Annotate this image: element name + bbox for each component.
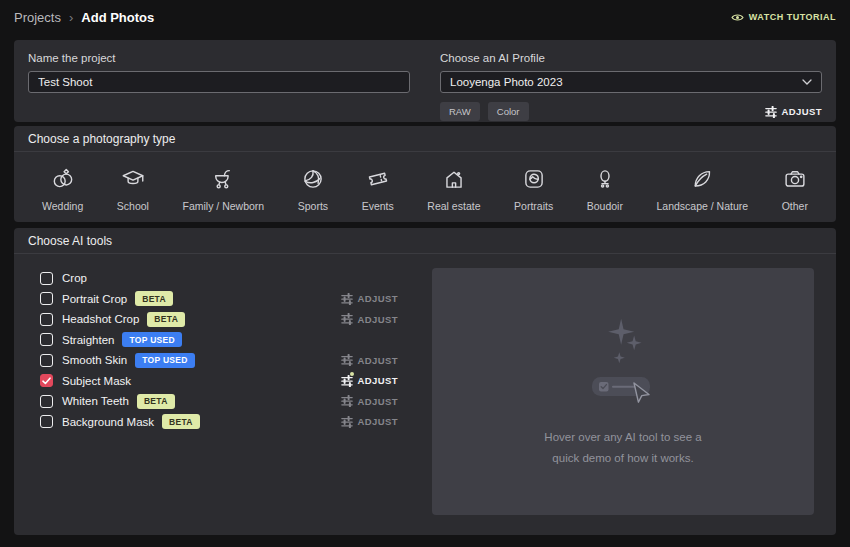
- hover-cursor-toggle-icon: [588, 371, 658, 413]
- leaf-icon: [689, 165, 715, 193]
- tool-row-portrait-crop: Portrait Crop BETA ADJUST: [40, 289, 398, 310]
- top-used-badge: TOP USED: [135, 353, 195, 368]
- tool-row-smooth-skin: Smooth Skin TOP USED ADJUST: [40, 350, 398, 371]
- breadcrumb-separator-icon: ›: [69, 10, 73, 25]
- tool-row-background-mask: Background Mask BETA ADJUST: [40, 412, 398, 433]
- photo-type-wedding[interactable]: Wedding: [42, 165, 83, 212]
- ai-profile-column: Choose an AI Profile Looyenga Photo 2023…: [440, 52, 822, 110]
- photo-type-portraits[interactable]: Portraits: [514, 165, 553, 212]
- crop-checkbox[interactable]: [40, 272, 53, 285]
- subject-mask-adjust-button[interactable]: ADJUST: [341, 375, 398, 387]
- beta-badge: BETA: [147, 312, 185, 327]
- watch-tutorial-label: WATCH TUTORIAL: [749, 12, 836, 22]
- profile-adjust-label: ADJUST: [782, 106, 822, 117]
- demo-hint-line1: Hover over any AI tool to see a: [544, 427, 701, 447]
- subject-mask-checkbox[interactable]: [40, 374, 53, 387]
- smooth-skin-adjust-button[interactable]: ADJUST: [341, 354, 398, 366]
- house-icon: [441, 165, 467, 193]
- smooth-skin-checkbox[interactable]: [40, 354, 53, 367]
- photo-type-events[interactable]: Events: [362, 165, 394, 212]
- tool-row-crop: Crop: [40, 268, 398, 289]
- color-badge: Color: [488, 102, 529, 121]
- beta-badge: BETA: [137, 394, 175, 409]
- tool-row-straighten: Straighten TOP USED: [40, 330, 398, 351]
- whiten-teeth-checkbox[interactable]: [40, 395, 53, 408]
- ai-profile-selected-value: Looyenga Photo 2023: [450, 76, 563, 88]
- top-used-badge: TOP USED: [122, 332, 182, 347]
- adjust-label: ADJUST: [358, 293, 398, 304]
- profile-badges-row: RAW Color ADJUST: [440, 102, 822, 121]
- adjust-label: ADJUST: [358, 396, 398, 407]
- demo-hint-text: Hover over any AI tool to see a quick de…: [544, 427, 701, 467]
- chevron-down-icon: [802, 79, 812, 85]
- portrait-crop-adjust-button[interactable]: ADJUST: [341, 293, 398, 305]
- tool-row-whiten-teeth: Whiten Teeth BETA ADJUST: [40, 391, 398, 412]
- profile-adjust-button[interactable]: ADJUST: [765, 106, 822, 118]
- sliders-icon: [341, 293, 353, 305]
- photo-type-label: Events: [362, 200, 394, 212]
- eye-icon: [731, 13, 744, 22]
- photo-type-label: Boudoir: [587, 200, 623, 212]
- project-name-column: Name the project: [28, 52, 410, 110]
- ai-tools-content: Crop Portrait Crop BETA ADJUST Head: [14, 254, 836, 515]
- add-photos-page: Projects › Add Photos WATCH TUTORIAL Nam…: [0, 0, 850, 547]
- camera-icon: [782, 165, 808, 193]
- beta-badge: BETA: [135, 291, 173, 306]
- tool-label: Smooth Skin: [62, 354, 127, 366]
- ai-tools-panel: Choose AI tools Crop Portrait Crop BETA …: [14, 228, 836, 535]
- ball-icon: [300, 165, 326, 193]
- tool-row-subject-mask: Subject Mask ADJUST: [40, 371, 398, 392]
- tool-label: Straighten: [62, 334, 114, 346]
- photo-type-school[interactable]: School: [117, 165, 149, 212]
- mirror-icon: [592, 165, 618, 193]
- photo-type-real-estate[interactable]: Real estate: [427, 165, 480, 212]
- photography-type-panel: Choose a photography type Wedding: [14, 126, 836, 222]
- tool-label: Headshot Crop: [62, 313, 139, 325]
- adjust-active-dot: [350, 372, 354, 376]
- project-name-label: Name the project: [28, 52, 410, 64]
- adjust-label: ADJUST: [358, 375, 398, 386]
- sliders-icon: [341, 416, 353, 428]
- graduation-cap-icon: [120, 165, 146, 193]
- straighten-checkbox[interactable]: [40, 333, 53, 346]
- sparkles-icon: [597, 315, 649, 371]
- headshot-crop-adjust-button[interactable]: ADJUST: [341, 313, 398, 325]
- page-title: Add Photos: [81, 10, 154, 25]
- sliders-icon: [341, 375, 353, 387]
- adjust-label: ADJUST: [358, 314, 398, 325]
- photography-type-header: Choose a photography type: [14, 126, 836, 152]
- portrait-crop-checkbox[interactable]: [40, 292, 53, 305]
- ai-profile-select[interactable]: Looyenga Photo 2023: [440, 71, 822, 93]
- checkmark-icon: [42, 377, 51, 385]
- sliders-icon: [341, 313, 353, 325]
- sliders-icon: [341, 354, 353, 366]
- background-mask-checkbox[interactable]: [40, 415, 53, 428]
- stroller-icon: [210, 165, 236, 193]
- photo-type-label: Landscape / Nature: [656, 200, 748, 212]
- headshot-crop-checkbox[interactable]: [40, 313, 53, 326]
- adjust-label: ADJUST: [358, 355, 398, 366]
- sliders-icon: [341, 395, 353, 407]
- watch-tutorial-button[interactable]: WATCH TUTORIAL: [731, 12, 836, 22]
- project-setup-panel: Name the project Choose an AI Profile Lo…: [14, 40, 836, 122]
- photo-type-sports[interactable]: Sports: [298, 165, 328, 212]
- ticket-icon: [365, 165, 391, 193]
- photo-type-boudoir[interactable]: Boudoir: [587, 165, 623, 212]
- photo-type-other[interactable]: Other: [782, 165, 808, 212]
- whiten-teeth-adjust-button[interactable]: ADJUST: [341, 395, 398, 407]
- background-mask-adjust-button[interactable]: ADJUST: [341, 416, 398, 428]
- photo-type-landscape-nature[interactable]: Landscape / Nature: [656, 165, 748, 212]
- project-name-input[interactable]: [28, 71, 410, 93]
- breadcrumb-projects[interactable]: Projects: [14, 10, 61, 25]
- demo-hint-line2: quick demo of how it works.: [544, 448, 701, 468]
- ai-profile-label: Choose an AI Profile: [440, 52, 822, 64]
- sliders-icon: [765, 106, 777, 118]
- raw-badge: RAW: [440, 102, 480, 121]
- tool-demo-placeholder: Hover over any AI tool to see a quick de…: [432, 268, 814, 515]
- ai-tools-header: Choose AI tools: [14, 228, 836, 254]
- photo-type-family-newborn[interactable]: Family / Newborn: [183, 165, 265, 212]
- beta-badge: BETA: [162, 414, 200, 429]
- ai-tools-list: Crop Portrait Crop BETA ADJUST Head: [40, 268, 398, 515]
- photo-type-label: Wedding: [42, 200, 83, 212]
- photo-type-label: Portraits: [514, 200, 553, 212]
